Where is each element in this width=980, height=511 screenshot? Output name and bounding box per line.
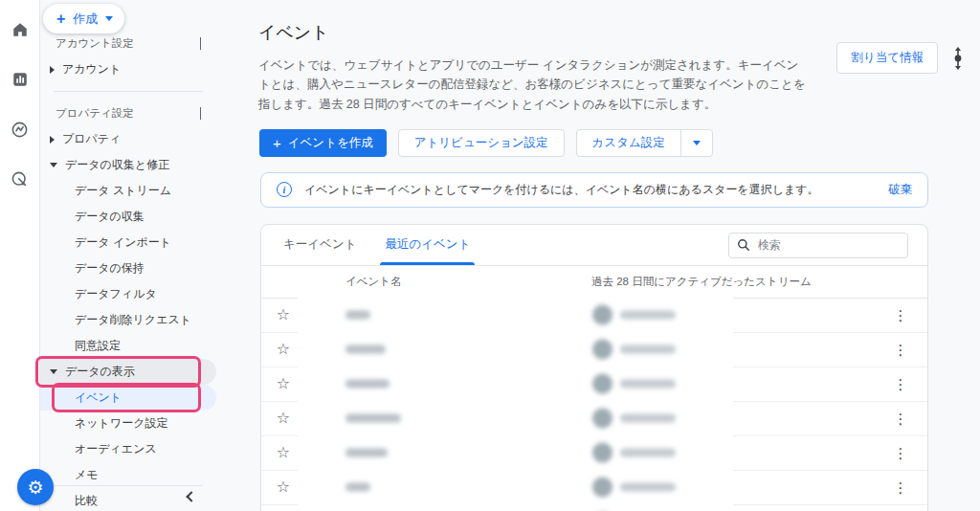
attribution-settings-button[interactable]: アトリビューション設定 <box>398 129 565 157</box>
home-icon[interactable] <box>10 19 31 40</box>
sidebar-item-network-settings[interactable]: ネットワーク設定 <box>40 411 216 436</box>
action-buttons-row: + イベントを作成 アトリビューション設定 カスタム設定 <box>259 129 980 157</box>
sidebar-item-data-collection[interactable]: データの収集 <box>40 204 216 230</box>
tab-key-events[interactable]: キーイベント <box>269 225 370 265</box>
advertising-icon[interactable] <box>10 168 31 189</box>
redacted-event-name <box>345 414 401 423</box>
star-icon[interactable]: ☆ <box>277 479 290 495</box>
table-row: ☆ ⋮ <box>261 402 927 436</box>
sidebar-item-data-filters[interactable]: データフィルタ <box>40 281 216 307</box>
search-input[interactable] <box>758 238 873 252</box>
row-menu-icon[interactable]: ⋮ <box>894 411 908 426</box>
star-icon[interactable]: ☆ <box>277 342 290 357</box>
sidebar-item-consent-settings[interactable]: 同意設定 <box>40 333 216 359</box>
redacted-event-name <box>345 483 370 492</box>
redacted-content <box>298 504 733 511</box>
tabs-row: キーイベント 最近のイベント <box>261 225 927 266</box>
redacted-stream-name <box>620 380 676 389</box>
chevron-down-icon <box>693 141 701 145</box>
redacted-stream-avatar <box>592 374 612 394</box>
sidebar-section-account-settings[interactable]: アカウント設定 <box>40 31 216 56</box>
sidebar-item-data-deletion-requests[interactable]: データ削除リクエスト <box>40 307 216 333</box>
chevron-left-icon <box>186 491 196 501</box>
sidebar-item-events[interactable]: イベント <box>40 385 216 411</box>
redacted-stream-avatar <box>592 443 612 463</box>
star-icon[interactable]: ☆ <box>277 445 290 460</box>
row-menu-icon[interactable]: ⋮ <box>894 446 908 460</box>
redacted-stream-name <box>620 483 676 492</box>
allocation-icon[interactable] <box>951 46 965 71</box>
sidebar-collapse-button[interactable] <box>40 484 216 509</box>
banner-dismiss-button[interactable]: 破棄 <box>888 182 912 198</box>
sidebar-item-label: データ ストリーム <box>75 183 171 199</box>
section-label: アカウント設定 <box>56 36 134 51</box>
redacted-event-name <box>345 311 370 320</box>
assignment-info-button[interactable]: 割り当て情報 <box>836 42 938 74</box>
row-menu-icon[interactable]: ⋮ <box>894 308 908 322</box>
redacted-stream-avatar <box>592 409 612 429</box>
sidebar-item-label: データの保持 <box>75 260 145 277</box>
banner-text: イベントにキーイベントとしてマークを付けるには、イベント名の横にあるスターを選択… <box>304 182 819 198</box>
sidebar-item-account[interactable]: アカウント <box>40 56 216 82</box>
custom-settings-button[interactable]: カスタム設定 <box>577 130 680 156</box>
table-row: ☆ ⋮ <box>261 333 927 367</box>
redacted-event-name <box>345 449 388 457</box>
create-event-button[interactable]: + イベントを作成 <box>259 129 387 157</box>
table-row: ☆ ⋮ <box>261 505 927 511</box>
left-icon-rail: ⚙ <box>0 0 40 511</box>
page-header-actions: 割り当て情報 <box>836 21 965 74</box>
sidebar-item-label: ネットワーク設定 <box>75 415 167 432</box>
redacted-event-name <box>345 345 386 354</box>
tab-recent-events[interactable]: 最近のイベント <box>370 225 484 265</box>
redacted-stream-name <box>620 449 676 457</box>
section-label: プロパティ設定 <box>56 106 134 121</box>
column-header-event-name: イベント名 <box>345 266 402 298</box>
create-button-label: 作成 <box>73 11 98 28</box>
sidebar-item-label: データフィルタ <box>75 286 157 302</box>
admin-sidebar: + 作成 アカウント設定 アカウント プロパティ設定 プロパティ データの収集と… <box>40 0 216 511</box>
sidebar-item-label: 同意設定 <box>75 338 121 354</box>
table-row: ☆ ⋮ <box>261 471 927 505</box>
redacted-content <box>298 367 733 402</box>
star-icon[interactable]: ☆ <box>277 411 290 426</box>
tree-arrow-right-icon <box>50 136 55 144</box>
column-header-active-streams: 過去 28 日間にアクティブだったストリーム <box>591 266 812 298</box>
sidebar-item-label: プロパティ <box>62 131 121 147</box>
redacted-content <box>298 332 733 367</box>
reports-icon[interactable] <box>10 69 31 90</box>
tree-arrow-right-icon <box>50 66 55 74</box>
sidebar-item-label: データの表示 <box>65 364 135 380</box>
sidebar-item-property[interactable]: プロパティ <box>40 126 216 152</box>
redacted-content <box>298 435 733 471</box>
row-menu-icon[interactable]: ⋮ <box>894 480 908 495</box>
events-table-card: キーイベント 最近のイベント イベント名 過去 28 日間にアクティブだったスト… <box>260 224 928 511</box>
admin-gear-button[interactable]: ⚙ <box>17 469 54 505</box>
star-icon[interactable]: ☆ <box>277 307 290 322</box>
table-body: ☆ ⋮ ☆ ⋮ ☆ ⋮ ☆ ⋮ <box>261 299 927 511</box>
info-icon: i <box>277 182 292 197</box>
search-box <box>728 233 908 258</box>
sidebar-item-label: データ インポート <box>75 234 171 251</box>
sidebar-item-label: アカウント <box>62 61 121 78</box>
sidebar-item-data-streams[interactable]: データ ストリーム <box>40 178 216 204</box>
sidebar-item-label: データの収集 <box>75 209 145 225</box>
sidebar-item-data-retention[interactable]: データの保持 <box>40 256 216 281</box>
star-icon[interactable]: ☆ <box>277 376 290 391</box>
table-header-row: イベント名 過去 28 日間にアクティブだったストリーム <box>261 266 927 299</box>
row-menu-icon[interactable]: ⋮ <box>894 377 908 391</box>
sidebar-item-audiences[interactable]: オーディエンス <box>40 436 216 462</box>
sidebar-item-data-import[interactable]: データ インポート <box>40 230 216 256</box>
custom-settings-dropdown-button[interactable] <box>681 130 712 156</box>
sidebar-item-label: メモ <box>75 467 99 483</box>
custom-settings-split-button: カスタム設定 <box>576 129 713 157</box>
table-row: ☆ ⋮ <box>261 436 927 471</box>
redacted-stream-avatar <box>592 478 612 498</box>
create-button[interactable]: + 作成 <box>43 4 124 33</box>
row-menu-icon[interactable]: ⋮ <box>894 343 908 357</box>
sidebar-item-data-collection-and-modification[interactable]: データの収集と修正 <box>40 152 216 178</box>
page-description: イベントでは、ウェブサイトとアプリでのユーザー インタラクションが測定されます。… <box>258 56 809 114</box>
redacted-stream-name <box>620 345 676 354</box>
explore-icon[interactable] <box>10 119 31 140</box>
sidebar-item-data-display[interactable]: データの表示 <box>40 359 216 385</box>
sidebar-section-property-settings[interactable]: プロパティ設定 <box>40 100 216 126</box>
